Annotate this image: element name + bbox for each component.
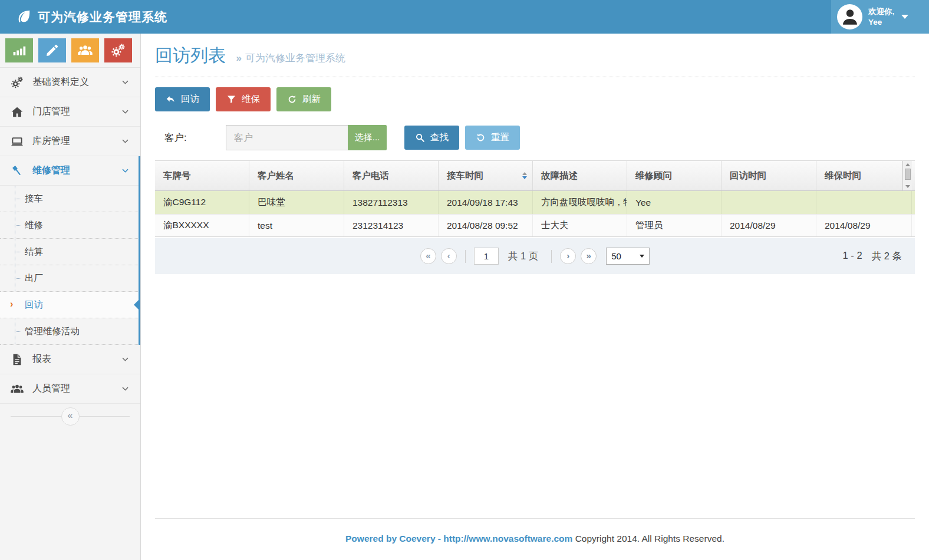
cell-advisor: 管理员	[627, 215, 722, 236]
users-icon	[11, 383, 24, 396]
welcome-text: 欢迎你, Yee	[868, 6, 894, 27]
layout: 基础资料定义 门店管理 库房管理 维修管理 接车 维修	[0, 34, 929, 560]
home-icon	[11, 106, 24, 118]
scrollbar-up-icon[interactable]	[905, 163, 910, 166]
gavel-icon	[11, 164, 24, 177]
column-header-customer-phone[interactable]: 客户电话	[344, 161, 439, 190]
shortcut-settings-button[interactable]	[104, 38, 132, 62]
breadcrumb[interactable]: »可为汽修业务管理系统	[236, 52, 345, 64]
laptop-icon	[11, 135, 24, 148]
cell-customer-phone: 13827112313	[344, 191, 439, 214]
page-head: 回访列表 »可为汽修业务管理系统	[141, 34, 929, 68]
search-button[interactable]: 查找	[404, 126, 459, 150]
sidebar-item-warehouse-mgmt[interactable]: 库房管理	[0, 127, 140, 156]
column-header-receive-time[interactable]: 接车时间	[439, 161, 533, 190]
shortcut-users-button[interactable]	[71, 38, 99, 62]
sidebar-subitem-factory-out[interactable]: 出厂	[0, 265, 140, 292]
column-header-customer-name[interactable]: 客户姓名	[249, 161, 344, 190]
filter-bar: 客户: 选择... 查找 重置	[141, 111, 929, 150]
shortcut-chart-button[interactable]	[5, 38, 33, 62]
first-page-button[interactable]: «	[420, 248, 436, 264]
shortcut-edit-button[interactable]	[38, 38, 66, 62]
sidebar-item-label: 人员管理	[32, 383, 70, 395]
cell-receive-time: 2014/08/28 09:52	[439, 215, 533, 236]
sidebar-item-label: 基础资料定义	[32, 76, 89, 88]
toolbar: 回访 维保 刷新	[141, 77, 929, 111]
selected-arrow-icon: ›	[10, 299, 13, 309]
follow-up-table: 车牌号 客户姓名 客户电话 接车时间 故障描述 维修顾问	[155, 160, 915, 237]
chevron-down-icon	[121, 384, 130, 393]
refresh-button[interactable]: 刷新	[276, 87, 331, 111]
customer-select-button[interactable]: 选择...	[348, 125, 387, 150]
undo-icon	[476, 133, 486, 143]
sidebar-item-repair-mgmt[interactable]: 维修管理	[0, 156, 140, 186]
column-header-maintain-time[interactable]: 维保时间	[816, 161, 902, 190]
cogs-icon	[111, 43, 126, 58]
subitem-label: 管理维修活动	[25, 325, 80, 338]
user-menu[interactable]: 欢迎你, Yee	[831, 0, 929, 34]
sidebar-item-personnel-mgmt[interactable]: 人员管理	[0, 374, 140, 404]
powered-by-link[interactable]: Powered by Coevery - http://www.novasoft…	[345, 533, 572, 543]
subitem-label: 回访	[25, 299, 43, 311]
reset-button[interactable]: 重置	[465, 126, 520, 150]
cell-fault-desc: 方向盘嘎吱嘎吱响，特	[533, 191, 627, 214]
chevron-down-icon	[121, 137, 130, 146]
next-page-button[interactable]: ›	[560, 248, 576, 264]
app-brand: 可为汽修业务管理系统	[0, 9, 167, 25]
column-label: 客户姓名	[258, 170, 294, 182]
last-page-button[interactable]: »	[581, 248, 597, 264]
subitem-label: 接车	[25, 193, 43, 205]
sidebar-item-store-mgmt[interactable]: 门店管理	[0, 97, 140, 127]
maintain-button-label: 维保	[242, 93, 260, 106]
sidebar-collapse-row: «	[0, 404, 140, 429]
chevron-down-icon	[121, 78, 130, 87]
chevron-down-icon	[121, 166, 130, 175]
copyright-text: Copyright 2014. All Rights Reserved.	[575, 533, 724, 543]
sidebar-group-repair-mgmt: 维修管理 接车 维修 结算 出厂 › 回访	[0, 156, 140, 345]
column-header-fault-desc[interactable]: 故障描述	[533, 161, 627, 190]
record-range: 1 - 2 共 2 条	[843, 250, 902, 263]
column-header-advisor[interactable]: 维修顾问	[627, 161, 722, 190]
sidebar-item-reports[interactable]: 报表	[0, 345, 140, 374]
pager-divider	[465, 250, 466, 263]
cell-customer-phone: 2312314123	[344, 215, 439, 236]
cell-customer-name: test	[249, 215, 344, 236]
table-header-row: 车牌号 客户姓名 客户电话 接车时间 故障描述 维修顾问	[155, 160, 915, 191]
refresh-icon	[287, 94, 297, 104]
column-header-plate[interactable]: 车牌号	[155, 161, 249, 190]
sidebar-item-label: 维修管理	[32, 164, 70, 177]
column-header-visit-time[interactable]: 回访时间	[722, 161, 816, 190]
footer-text: Powered by Coevery - http://www.novasoft…	[155, 519, 915, 560]
cell-maintain-time: 2014/08/29	[816, 215, 912, 236]
sidebar-subitem-follow-up[interactable]: › 回访	[0, 292, 140, 318]
maintain-button[interactable]: 维保	[216, 87, 271, 111]
visit-button[interactable]: 回访	[155, 87, 210, 111]
scrollbar-thumb[interactable]	[905, 169, 911, 180]
sidebar-item-basic-data[interactable]: 基础资料定义	[0, 68, 140, 97]
scrollbar-down-icon[interactable]	[905, 185, 910, 188]
page-number-input[interactable]	[474, 248, 499, 265]
refresh-button-label: 刷新	[302, 93, 321, 106]
cell-plate: 渝BXXXXX	[155, 215, 249, 236]
sidebar-subitem-repair[interactable]: 维修	[0, 212, 140, 239]
cell-visit-time: 2014/08/29	[722, 215, 816, 236]
sidebar-subitem-receive-car[interactable]: 接车	[0, 186, 140, 212]
chevron-down-icon	[121, 355, 130, 364]
subitem-label: 出厂	[25, 272, 43, 285]
customer-input[interactable]	[226, 125, 348, 150]
column-label: 客户电话	[353, 170, 389, 182]
table-scrollbar[interactable]	[902, 161, 912, 190]
caret-down-icon	[901, 15, 908, 19]
table-row[interactable]: 渝BXXXXX test 2312314123 2014/08/28 09:52…	[155, 214, 915, 237]
column-label: 接车时间	[447, 170, 483, 182]
prev-page-button[interactable]: ‹	[441, 248, 457, 264]
column-label: 维修顾问	[635, 170, 672, 182]
sidebar-collapse-button[interactable]: «	[61, 407, 80, 426]
pager-divider	[551, 250, 552, 263]
sidebar-subitem-manage-repair-activities[interactable]: 管理维修活动	[0, 318, 140, 345]
table-row[interactable]: 渝C9G112 巴味堂 13827112313 2014/09/18 17:43…	[155, 191, 915, 214]
sidebar-subitem-settlement[interactable]: 结算	[0, 239, 140, 265]
page-size-select[interactable]: 50	[606, 248, 650, 265]
search-button-label: 查找	[430, 131, 449, 144]
avatar[interactable]	[837, 4, 862, 29]
